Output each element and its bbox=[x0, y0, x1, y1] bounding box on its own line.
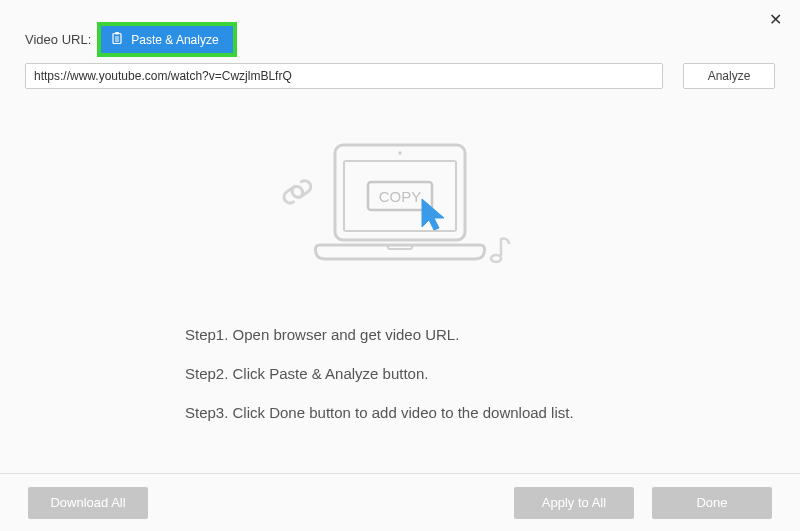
video-url-label: Video URL: bbox=[25, 32, 91, 47]
clipboard-icon bbox=[111, 31, 124, 48]
step-2: Step2. Click Paste & Analyze button. bbox=[185, 365, 775, 382]
url-input[interactable] bbox=[25, 63, 663, 89]
svg-point-6 bbox=[398, 151, 402, 155]
svg-rect-1 bbox=[115, 32, 119, 35]
download-all-button[interactable]: Download All bbox=[28, 487, 148, 519]
svg-rect-9 bbox=[388, 245, 412, 249]
bottom-bar: Download All Apply to All Done bbox=[0, 473, 800, 531]
url-row: Analyze bbox=[0, 57, 800, 89]
close-button[interactable]: ✕ bbox=[769, 10, 782, 29]
copy-label: COPY bbox=[379, 188, 422, 205]
step-3: Step3. Click Done button to add video to… bbox=[185, 404, 775, 421]
tutorial-highlight: Paste & Analyze bbox=[97, 22, 236, 57]
laptop-illustration: COPY bbox=[270, 137, 530, 291]
done-button[interactable]: Done bbox=[652, 487, 772, 519]
steps-list: Step1. Open browser and get video URL. S… bbox=[25, 326, 775, 443]
analyze-button[interactable]: Analyze bbox=[683, 63, 775, 89]
paste-analyze-button[interactable]: Paste & Analyze bbox=[101, 26, 232, 53]
step-1: Step1. Open browser and get video URL. bbox=[185, 326, 775, 343]
content-area: COPY Step1. Open browser and get video U… bbox=[0, 89, 800, 443]
top-bar: Video URL: Paste & Analyze bbox=[0, 0, 800, 57]
apply-to-all-button[interactable]: Apply to All bbox=[514, 487, 634, 519]
paste-analyze-label: Paste & Analyze bbox=[131, 33, 218, 47]
dialog-window: ✕ Video URL: Paste & Analyze Analyze bbox=[0, 0, 800, 531]
